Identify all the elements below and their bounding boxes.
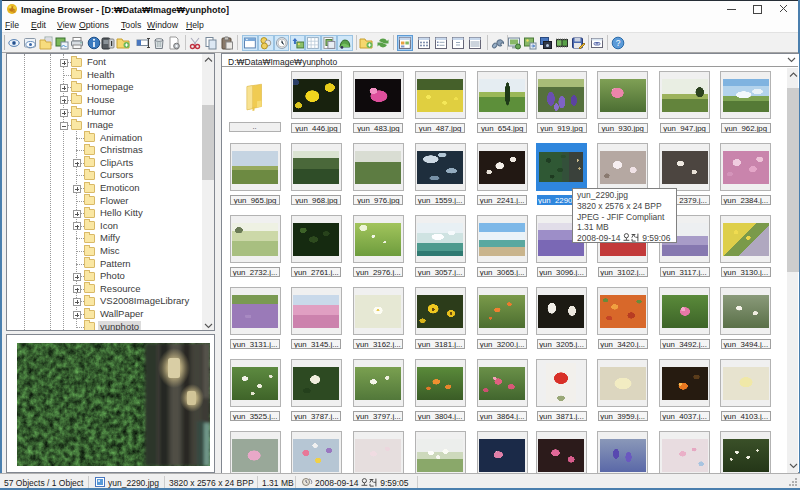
svg-text:?: ? xyxy=(616,38,621,48)
